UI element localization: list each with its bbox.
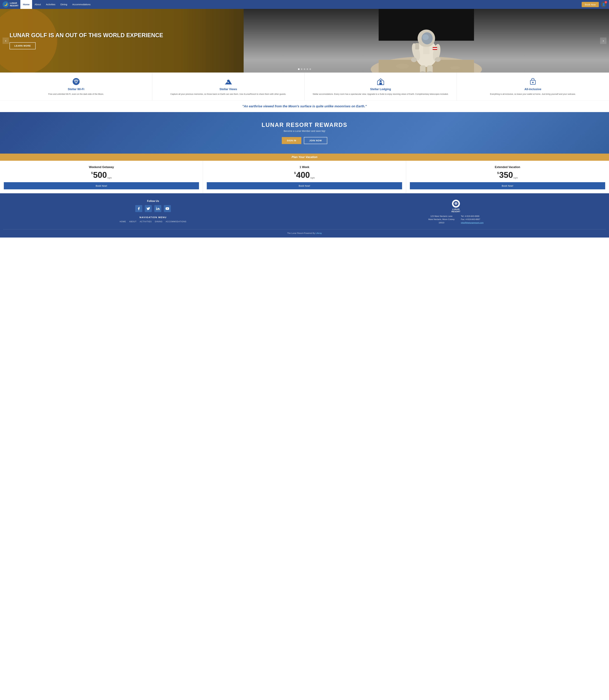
- footer-email[interactable]: info@thelunarresort.com: [461, 221, 484, 224]
- nav-item-about[interactable]: About: [32, 0, 44, 9]
- svg-rect-19: [433, 49, 437, 50]
- svg-rect-29: [379, 83, 382, 85]
- rewards-subtitle: Become a Lunar Member and save big!: [3, 130, 606, 132]
- nav-right: Book Now 👤 3: [582, 2, 607, 7]
- svg-point-27: [76, 82, 76, 83]
- learn-more-button[interactable]: LEARN MORE: [10, 42, 36, 49]
- price-dollar-week: $: [294, 171, 296, 175]
- carousel-dot-1[interactable]: [298, 68, 300, 70]
- allinclusive-desc: Everything is all-inclusive, so leave yo…: [460, 92, 605, 96]
- svg-rect-15: [415, 43, 419, 49]
- package-name-week: 1 Week: [207, 166, 402, 169]
- carousel-dot-5[interactable]: [309, 68, 311, 70]
- nav-item-dining[interactable]: Dining: [58, 0, 70, 9]
- svg-rect-33: [533, 82, 533, 83]
- footer-bottom: The Lunar Resort-Powered By Liferay: [3, 229, 606, 234]
- address-line3: 10010: [428, 221, 454, 224]
- carousel-next-button[interactable]: ›: [600, 37, 607, 44]
- footer-fax: Fax: 4-919-843-6667: [461, 218, 484, 221]
- social-icons: [3, 205, 303, 212]
- feature-wifi: Stellar Wi-Fi Free and unlimited Wi-Fi, …: [0, 73, 152, 101]
- feature-views: Stellar Views Capture all your precious …: [152, 73, 304, 101]
- wifi-title: Stellar Wi-Fi: [4, 88, 148, 91]
- book-now-button[interactable]: Book Now: [582, 2, 599, 7]
- lodging-icon: [308, 78, 453, 86]
- carousel-dot-4[interactable]: [307, 68, 308, 70]
- footer-tel: Tel: 4-919-843-6666: [461, 215, 484, 218]
- footer-link-activities[interactable]: ACTIVITIES: [140, 221, 152, 223]
- youtube-icon[interactable]: [164, 205, 171, 212]
- twitter-icon[interactable]: [145, 205, 152, 212]
- package-weekend: Weekend Getaway $ 500 night Book Now!: [0, 161, 203, 193]
- facebook-icon[interactable]: [135, 205, 142, 212]
- user-icon: 👤: [602, 3, 605, 6]
- views-icon: [156, 78, 300, 86]
- linkedin-icon[interactable]: [154, 205, 161, 212]
- nav-links: Home About Activities Dining Accommodati…: [20, 0, 93, 9]
- hero-astronaut-image: [244, 9, 609, 72]
- price-amount-week: 400: [296, 171, 310, 179]
- nav-item-home[interactable]: Home: [20, 0, 32, 9]
- package-price-week: $ 400 night: [207, 171, 402, 179]
- svg-point-23: [388, 68, 395, 71]
- footer-logo: LUNAR RESORT: [452, 200, 460, 213]
- price-dollar-weekend: $: [91, 171, 93, 175]
- quote-text: "An earthrise viewed from the Moon's sur…: [4, 104, 605, 108]
- price-amount-weekend: 500: [93, 171, 107, 179]
- carousel-dots: [298, 68, 311, 70]
- svg-point-6: [422, 34, 429, 40]
- book-button-week[interactable]: Book Now!: [207, 182, 402, 189]
- powered-by-link[interactable]: Liferay: [316, 232, 322, 234]
- package-name-extended: Extended Vacation: [410, 166, 605, 169]
- footer-right: LUNAR RESORT 123 Mare Nectaris Lane Mare…: [306, 200, 606, 224]
- nav-item-accommodations[interactable]: Accommodations: [70, 0, 93, 9]
- logo-text-line2: RESORT: [10, 4, 18, 7]
- package-week: 1 Week $ 400 night Book Now!: [203, 161, 406, 193]
- svg-point-10: [435, 57, 440, 62]
- nav-item-activities[interactable]: Activities: [44, 0, 58, 9]
- allinclusive-title: All-inclusive: [460, 88, 605, 91]
- carousel-dot-3[interactable]: [304, 68, 305, 70]
- footer-link-home[interactable]: HOME: [120, 221, 126, 223]
- footer-link-about[interactable]: ABOUT: [129, 221, 137, 223]
- footer: Follow Us: [0, 193, 609, 238]
- footer-follow-label: Follow Us: [3, 200, 303, 203]
- price-night-weekend: night: [107, 177, 111, 179]
- logo-icon: 🌙: [2, 1, 9, 7]
- footer-nav-title: NAVIGATION MENU: [3, 216, 303, 219]
- carousel-dot-2[interactable]: [301, 68, 302, 70]
- navbar: 🌙 LUNAR RESORT Home About Activities Din…: [0, 0, 609, 9]
- book-button-weekend[interactable]: Book Now!: [4, 182, 199, 189]
- footer-link-dining[interactable]: DINING: [155, 221, 162, 223]
- footer-logo-text: LUNAR RESORT: [452, 208, 460, 213]
- package-price-weekend: $ 500 night: [4, 171, 199, 179]
- price-amount-extended: 350: [499, 171, 513, 179]
- footer-link-accommodations[interactable]: ACCOMMODATIONS: [166, 221, 187, 223]
- quote-section: "An earthrise viewed from the Moon's sur…: [0, 101, 609, 112]
- svg-point-25: [73, 78, 80, 85]
- book-button-extended[interactable]: Book Now!: [410, 182, 605, 189]
- navbar-logo: 🌙 LUNAR RESORT: [2, 1, 18, 7]
- user-avatar[interactable]: 👤 3: [601, 2, 607, 7]
- feature-lodging: Stellar Lodging Stellar accomodations. E…: [304, 73, 457, 101]
- hero-section: LUNAR GOLF IS AN OUT OF THIS WORLD EXPER…: [0, 9, 609, 72]
- svg-rect-34: [156, 208, 157, 210]
- carousel-prev-button[interactable]: ‹: [2, 37, 9, 44]
- hero-content: LUNAR GOLF IS AN OUT OF THIS WORLD EXPER…: [10, 32, 163, 49]
- powered-by-text: The Lunar Resort-Powered By: [287, 232, 315, 234]
- lodging-title: Stellar Lodging: [308, 88, 453, 91]
- hero-title: LUNAR GOLF IS AN OUT OF THIS WORLD EXPER…: [10, 32, 163, 38]
- package-name-weekend: Weekend Getaway: [4, 166, 199, 169]
- rewards-section: LUNAR RESORT REWARDS Become a Lunar Memb…: [0, 112, 609, 154]
- svg-point-9: [411, 57, 417, 62]
- price-night-extended: night: [513, 177, 518, 179]
- svg-rect-18: [433, 48, 437, 49]
- footer-top: Follow Us: [3, 200, 606, 224]
- footer-contact: Tel: 4-919-843-6666 Fax: 4-919-843-6667 …: [461, 215, 484, 224]
- package-extended: Extended Vacation $ 350 night Book Now!: [406, 161, 609, 193]
- svg-rect-30: [380, 80, 382, 82]
- wifi-desc: Free and unlimited Wi-Fi, even on the da…: [4, 92, 148, 96]
- address-line1: 123 Mare Nectaris Lane: [428, 215, 454, 218]
- svg-rect-20: [423, 46, 430, 54]
- footer-address: 123 Mare Nectaris Lane Mare Nectaris, Mo…: [428, 215, 454, 224]
